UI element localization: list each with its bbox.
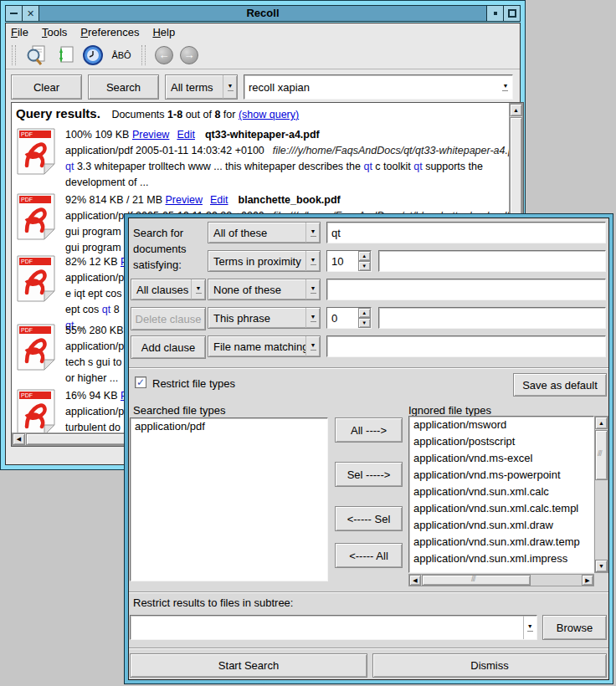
scrollbar-thumb[interactable]: /// <box>422 575 531 586</box>
clause-entry-3[interactable] <box>326 279 606 300</box>
scroll-up-icon[interactable]: ▲ <box>595 417 608 429</box>
preview-link[interactable]: Preview <box>132 129 169 141</box>
svg-text:PDF: PDF <box>21 197 33 202</box>
clause-entry-5[interactable] <box>326 335 606 357</box>
spin-up-icon[interactable]: ▲ <box>358 251 371 261</box>
list-item[interactable]: application/vnd.sun.xml.calc <box>409 484 593 500</box>
clause-input-1[interactable] <box>327 223 605 243</box>
preview-link[interactable]: Preview <box>166 194 203 206</box>
clear-button[interactable]: Clear <box>11 74 82 100</box>
pdf-file-icon[interactable]: PDF <box>16 323 56 387</box>
query-input[interactable] <box>244 75 499 99</box>
list-item[interactable]: application/postscript <box>409 433 593 450</box>
add-clause-button[interactable]: Add clause <box>131 335 206 359</box>
searched-types-list[interactable]: application/pdf <box>130 417 328 581</box>
clause-input-4[interactable] <box>379 308 605 328</box>
docs-range: 1-8 <box>167 109 182 120</box>
menu-bar: FileToolsPreferencesHelp <box>6 23 520 41</box>
list-item[interactable]: application/vnd.sun.xml.draw.temp <box>409 534 593 550</box>
chevron-down-icon[interactable]: ▼ <box>499 75 512 99</box>
ignored-types-list[interactable]: application/mswordapplication/postscript… <box>408 416 594 573</box>
pdf-file-icon[interactable]: PDF <box>16 127 56 191</box>
scrollbar-thumb[interactable]: /// <box>595 430 608 480</box>
scroll-left-icon[interactable]: ◀ <box>409 575 421 586</box>
pdf-file-icon[interactable]: PDF <box>16 388 56 433</box>
chevron-down-icon: ▼ <box>305 251 320 271</box>
clause-type-combo-5[interactable]: File name matching ▼ <box>208 335 321 357</box>
scroll-down-icon[interactable]: ▼ <box>595 560 608 572</box>
chevron-down-icon[interactable]: ▼ <box>523 616 536 639</box>
edit-link[interactable]: Edit <box>177 129 195 141</box>
search-mode-combo[interactable]: All terms ▼ <box>165 74 238 100</box>
sort-params-icon[interactable] <box>53 44 76 66</box>
move-all-left-button[interactable]: <----- All <box>335 543 403 568</box>
pdf-file-icon[interactable]: PDF <box>16 192 56 256</box>
subtree-combo[interactable]: ▼ <box>130 615 537 640</box>
phrase-slack-spinner[interactable]: 0 ▲ ▼ <box>326 307 372 329</box>
list-item[interactable]: application/vnd.sun.xml.draw <box>409 517 593 534</box>
scroll-right-icon[interactable]: ▶ <box>582 575 593 586</box>
conjunct-combo[interactable]: All clauses ▼ <box>131 279 206 300</box>
menu-help[interactable]: Help <box>152 26 175 38</box>
iconify-button[interactable] <box>486 6 503 21</box>
restrict-filetypes-label[interactable]: Restrict file types <box>152 377 235 390</box>
start-search-button[interactable]: Start Search <box>130 653 367 678</box>
pdf-file-icon[interactable]: PDF <box>16 254 56 334</box>
doc-history-icon[interactable] <box>81 44 105 66</box>
advanced-search-icon[interactable] <box>24 44 48 66</box>
show-query-link[interactable]: (show query) <box>239 109 299 120</box>
clause-input-3[interactable] <box>327 279 605 299</box>
menu-preferences[interactable]: Preferences <box>80 26 139 38</box>
list-item[interactable]: application/vnd.ms-excel <box>409 450 593 467</box>
term-explorer-icon[interactable]: ÅBÔ <box>110 44 133 66</box>
list-item[interactable]: application/msword <box>409 417 593 433</box>
spin-down-icon[interactable]: ▼ <box>358 318 371 328</box>
edit-link[interactable]: Edit <box>210 194 228 206</box>
clause-type-combo-4[interactable]: This phrase ▼ <box>208 307 321 329</box>
proximity-slack-spinner[interactable]: 10 ▲ ▼ <box>326 250 372 272</box>
clause-input-2[interactable] <box>379 251 605 271</box>
svg-text:PDF: PDF <box>21 259 33 264</box>
restrict-filetypes-checkbox[interactable]: ✓ <box>135 376 146 388</box>
clause-entry-4[interactable] <box>378 307 606 329</box>
toolbar-grip[interactable] <box>12 45 16 65</box>
ignored-vscrollbar[interactable]: ▲ /// ▼ <box>594 416 608 573</box>
clause-type-combo-2[interactable]: Terms in proximity ▼ <box>208 250 321 272</box>
move-sel-right-button[interactable]: Sel -----> <box>335 462 403 487</box>
close-button[interactable]: ✕ <box>23 6 39 21</box>
clause-type-combo-1[interactable]: All of these ▼ <box>208 222 321 243</box>
forward-icon[interactable]: → <box>180 46 198 64</box>
out-of-word: out of <box>186 109 212 120</box>
result-text: 100% 109 KB PreviewEditqt33-whitepaper-a… <box>65 127 509 191</box>
title-bar[interactable]: ✕ Recoll <box>5 5 521 22</box>
clause-entry-1[interactable] <box>326 222 606 243</box>
menu-file[interactable]: File <box>11 26 28 38</box>
list-item[interactable]: application/vnd.sun.xml.calc.templ <box>409 500 593 517</box>
menu-tools[interactable]: Tools <box>42 26 67 38</box>
list-item[interactable]: application/vnd.ms-powerpoint <box>409 467 593 484</box>
spin-up-icon[interactable]: ▲ <box>358 308 371 318</box>
list-item[interactable]: application/vnd.sun.xml.impress <box>409 550 593 567</box>
spin-down-icon[interactable]: ▼ <box>358 261 371 271</box>
query-combo[interactable]: ▼ <box>244 74 513 100</box>
clause-input-5[interactable] <box>327 336 605 356</box>
scroll-up-icon[interactable]: ▲ <box>510 104 522 116</box>
clause-type-combo-3[interactable]: None of these ▼ <box>208 279 321 300</box>
scroll-left-icon[interactable]: ◀ <box>13 433 25 445</box>
clause-entry-2[interactable] <box>378 250 606 272</box>
search-button[interactable]: Search <box>88 74 159 100</box>
window-menu-button[interactable] <box>6 6 23 21</box>
list-item[interactable]: application/pdf <box>131 418 327 435</box>
move-sel-left-button[interactable]: <----- Sel <box>335 506 403 531</box>
delete-clause-button[interactable]: Delete clause <box>131 307 206 330</box>
maximize-button[interactable] <box>503 6 520 21</box>
move-all-right-button[interactable]: All ----> <box>335 417 403 443</box>
save-as-default-button[interactable]: Save as default <box>513 373 607 397</box>
dismiss-button[interactable]: Dismiss <box>372 653 607 678</box>
svg-text:PDF: PDF <box>21 392 33 398</box>
subtree-input[interactable] <box>131 616 523 639</box>
browse-button[interactable]: Browse <box>542 615 607 640</box>
toolbar-grip-2[interactable] <box>141 45 146 65</box>
back-icon[interactable]: ← <box>155 46 173 64</box>
ignored-hscrollbar[interactable]: ◀ /// ▶ <box>408 574 594 586</box>
